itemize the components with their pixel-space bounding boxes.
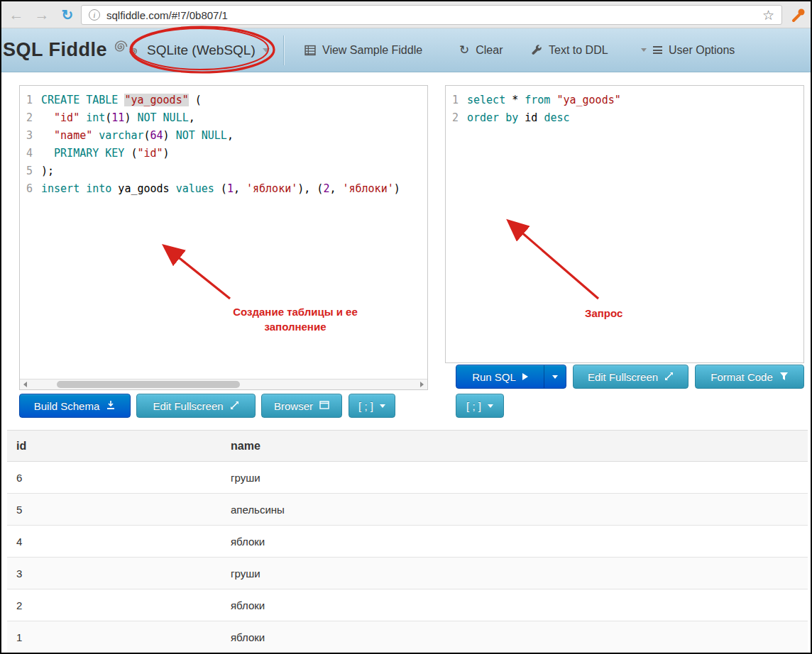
schema-terminator-dropdown[interactable]: [ ; ] <box>349 394 395 418</box>
schema-horizontal-scrollbar[interactable] <box>20 379 427 389</box>
table-cell: 4 <box>7 526 221 558</box>
scrollbar-thumb[interactable] <box>57 381 240 388</box>
code-line: 2order by id desc <box>446 109 803 127</box>
code-text: "name" varchar(64) NOT NULL, <box>41 127 234 145</box>
button-label: Browser <box>274 400 313 412</box>
browser-button[interactable]: Browser <box>261 394 342 418</box>
address-bar[interactable]: i sqlfiddle.com/#!7/0b807/1 ☆ <box>81 5 782 25</box>
query-terminator-dropdown[interactable]: [ ; ] <box>456 394 504 418</box>
database-selector-label: SQLite (WebSQL) <box>147 43 256 58</box>
query-code[interactable]: 1select * from "ya_goods"2order by id de… <box>446 86 803 127</box>
button-label: Format Code <box>710 371 773 383</box>
menu-user-options[interactable]: User Options <box>641 28 735 72</box>
button-label: Build Schema <box>34 400 100 412</box>
chevron-down-icon <box>380 404 385 408</box>
table-cell: груши <box>221 558 808 589</box>
code-line: 4 PRIMARY KEY ("id") <box>20 145 427 162</box>
table-cell: груши <box>221 462 808 494</box>
table-row: 3груши <box>7 558 808 589</box>
table-cell: 5 <box>7 494 221 526</box>
app-header: SQL Fiddle SQLite (WebSQL) View Sample F… <box>1 28 811 72</box>
results-body: 6груши5апельсины4яблоки3груши2яблоки1ябл… <box>7 462 808 653</box>
table-grid-icon <box>304 45 316 56</box>
list-icon <box>653 46 662 54</box>
menu-label: Clear <box>476 44 503 57</box>
table-cell: 2 <box>7 589 221 621</box>
button-label: Run SQL <box>472 371 516 383</box>
fullscreen-arrow-icon <box>230 400 239 412</box>
code-text: insert into ya_goods values (1, 'яблоки'… <box>41 180 400 198</box>
menu-label: Text to DDL <box>549 44 608 57</box>
chevron-down-icon <box>488 404 493 408</box>
menu-text-to-ddl[interactable]: Text to DDL <box>532 28 608 72</box>
line-number: 1 <box>20 92 41 109</box>
line-number: 5 <box>20 162 41 180</box>
code-text: "id" int(11) NOT NULL, <box>41 109 195 127</box>
line-number: 1 <box>446 92 467 109</box>
schema-edit-fullscreen-button[interactable]: Edit Fullscreen <box>136 394 256 418</box>
sqlfiddle-logo[interactable]: SQL Fiddle <box>3 28 141 72</box>
refresh-arrows-icon: ↻ <box>459 43 469 57</box>
database-selector[interactable]: SQLite (WebSQL) <box>147 28 270 72</box>
line-number: 4 <box>20 145 41 162</box>
query-editor-panel: 1select * from "ya_goods"2order by id de… <box>445 85 804 363</box>
download-icon <box>106 400 116 412</box>
build-schema-button[interactable]: Build Schema <box>19 394 131 418</box>
chevron-down-icon <box>641 48 647 52</box>
scroll-left-button[interactable] <box>20 379 31 389</box>
code-line: 2 "id" int(11) NOT NULL, <box>20 109 427 127</box>
url-text[interactable]: sqlfiddle.com/#!7/0b807/1 <box>106 9 756 21</box>
back-icon[interactable]: ← <box>6 1 27 28</box>
code-text: ); <box>41 162 54 180</box>
menu-view-sample-fiddle[interactable]: View Sample Fiddle <box>304 28 422 72</box>
table-cell: 1 <box>7 621 221 653</box>
code-line: 6insert into ya_goods values (1, 'яблоки… <box>20 180 427 198</box>
logo-text: SQL Fiddle <box>3 39 107 61</box>
code-line: 3 "name" varchar(64) NOT NULL, <box>20 127 427 145</box>
menu-clear[interactable]: ↻ Clear <box>459 28 503 72</box>
column-header: name <box>221 431 808 462</box>
schema-editor-panel: 1CREATE TABLE "ya_goods" (2 "id" int(11)… <box>19 85 428 390</box>
browser-extension-icon[interactable] <box>791 7 806 23</box>
code-text: order by id desc <box>467 109 570 127</box>
line-number: 2 <box>20 109 41 127</box>
table-cell: яблоки <box>221 589 808 621</box>
table-row: 6груши <box>7 462 808 494</box>
schema-code[interactable]: 1CREATE TABLE "ya_goods" (2 "id" int(11)… <box>20 86 427 198</box>
bookmark-star-icon[interactable]: ☆ <box>762 7 774 23</box>
forward-icon[interactable]: → <box>31 1 53 28</box>
button-label: Edit Fullscreen <box>588 371 658 383</box>
table-row: 5апельсины <box>7 494 808 526</box>
window-icon <box>319 400 329 412</box>
results-header-row: idname <box>7 431 808 462</box>
wrench-icon <box>532 45 542 55</box>
funnel-icon <box>779 371 789 383</box>
format-code-button[interactable]: Format Code <box>695 365 804 389</box>
table-cell: яблоки <box>221 621 808 653</box>
page-info-icon[interactable]: i <box>89 9 100 21</box>
schema-annotation-text: Создание таблицы и ее заполнение <box>220 304 371 334</box>
refresh-icon[interactable]: ↻ <box>57 1 78 28</box>
table-cell: яблоки <box>221 526 808 558</box>
header-divider <box>283 35 284 65</box>
run-sql-button[interactable]: Run SQL <box>456 365 544 388</box>
ammonite-shell-icon <box>110 37 141 63</box>
code-line: 1CREATE TABLE "ya_goods" ( <box>20 92 427 109</box>
button-label: Edit Fullscreen <box>153 400 223 412</box>
scroll-right-button[interactable] <box>417 379 427 389</box>
run-sql-dropdown-toggle[interactable] <box>544 365 566 388</box>
table-row: 1яблоки <box>7 621 808 653</box>
browser-toolbar: ← → ↻ i sqlfiddle.com/#!7/0b807/1 ☆ <box>1 1 811 28</box>
query-edit-fullscreen-button[interactable]: Edit Fullscreen <box>573 365 688 389</box>
table-cell: апельсины <box>221 494 808 526</box>
code-text: PRIMARY KEY ("id") <box>41 145 170 162</box>
menu-label: View Sample Fiddle <box>322 44 422 57</box>
line-number: 3 <box>20 127 41 145</box>
code-line: 1select * from "ya_goods" <box>446 92 803 109</box>
query-annotation-text: Запрос <box>585 307 622 319</box>
triangle-left-icon <box>23 382 27 387</box>
play-icon <box>522 373 528 380</box>
triangle-right-icon <box>420 382 424 387</box>
column-header: id <box>7 431 221 462</box>
results-table: idname 6груши5апельсины4яблоки3груши2ябл… <box>7 430 808 653</box>
